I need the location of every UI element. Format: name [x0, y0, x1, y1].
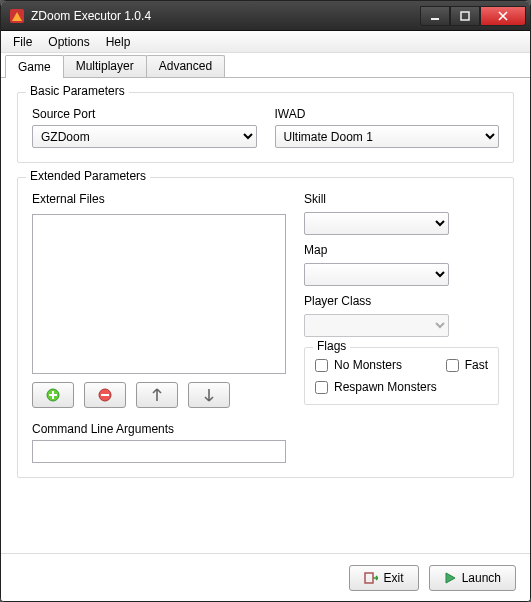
- svg-rect-1: [431, 18, 439, 20]
- flag-respawn[interactable]: Respawn Monsters: [315, 380, 488, 394]
- tab-advanced[interactable]: Advanced: [146, 55, 225, 77]
- maximize-button[interactable]: [450, 6, 480, 26]
- flag-fast[interactable]: Fast: [446, 358, 488, 372]
- plus-icon: [46, 388, 60, 402]
- exit-icon: [364, 571, 378, 585]
- external-files-label: External Files: [32, 192, 286, 206]
- extended-parameters-group: Extended Parameters External Files: [17, 177, 514, 478]
- fast-label: Fast: [465, 358, 488, 372]
- minus-icon: [98, 388, 112, 402]
- iwad-label: IWAD: [275, 107, 500, 121]
- menu-file[interactable]: File: [5, 33, 40, 51]
- menu-help[interactable]: Help: [98, 33, 139, 51]
- titlebar: ZDoom Executor 1.0.4: [1, 1, 530, 31]
- tab-game[interactable]: Game: [5, 55, 64, 78]
- no-monsters-checkbox[interactable]: [315, 359, 328, 372]
- maximize-icon: [460, 11, 470, 21]
- player-class-label: Player Class: [304, 294, 499, 308]
- map-select[interactable]: [304, 263, 449, 286]
- launch-button[interactable]: Launch: [429, 565, 516, 591]
- basic-parameters-title: Basic Parameters: [26, 84, 129, 98]
- flags-title: Flags: [313, 339, 350, 353]
- external-files-listbox[interactable]: [32, 214, 286, 374]
- player-class-select: [304, 314, 449, 337]
- remove-file-button[interactable]: [84, 382, 126, 408]
- fast-checkbox[interactable]: [446, 359, 459, 372]
- cla-input[interactable]: [32, 440, 286, 463]
- cla-label: Command Line Arguments: [32, 422, 286, 436]
- tab-content: Basic Parameters Source Port GZDoom IWAD…: [1, 78, 530, 553]
- flags-group: Flags No Monsters Fast: [304, 347, 499, 405]
- no-monsters-label: No Monsters: [334, 358, 402, 372]
- exit-label: Exit: [384, 571, 404, 585]
- skill-select[interactable]: [304, 212, 449, 235]
- skill-label: Skill: [304, 192, 499, 206]
- footer: Exit Launch: [1, 553, 530, 601]
- close-button[interactable]: [480, 6, 526, 26]
- menu-options[interactable]: Options: [40, 33, 97, 51]
- menubar: File Options Help: [1, 31, 530, 53]
- arrow-down-icon: [203, 388, 215, 402]
- minimize-icon: [430, 11, 440, 21]
- source-port-label: Source Port: [32, 107, 257, 121]
- arrow-up-icon: [151, 388, 163, 402]
- close-icon: [498, 11, 508, 21]
- minimize-button[interactable]: [420, 6, 450, 26]
- map-label: Map: [304, 243, 499, 257]
- move-down-button[interactable]: [188, 382, 230, 408]
- iwad-select[interactable]: Ultimate Doom 1: [275, 125, 500, 148]
- flag-no-monsters[interactable]: No Monsters: [315, 358, 446, 372]
- svg-rect-5: [365, 573, 373, 583]
- main-window: ZDoom Executor 1.0.4 File Options Help G…: [0, 0, 531, 602]
- window-title: ZDoom Executor 1.0.4: [31, 9, 420, 23]
- play-icon: [444, 572, 456, 584]
- window-controls: [420, 6, 526, 26]
- exit-button[interactable]: Exit: [349, 565, 419, 591]
- extended-parameters-title: Extended Parameters: [26, 169, 150, 183]
- tab-multiplayer[interactable]: Multiplayer: [63, 55, 147, 77]
- launch-label: Launch: [462, 571, 501, 585]
- source-port-select[interactable]: GZDoom: [32, 125, 257, 148]
- app-icon: [9, 8, 25, 24]
- basic-parameters-group: Basic Parameters Source Port GZDoom IWAD…: [17, 92, 514, 163]
- add-file-button[interactable]: [32, 382, 74, 408]
- tabstrip: Game Multiplayer Advanced: [1, 53, 530, 78]
- svg-rect-2: [461, 12, 469, 20]
- respawn-checkbox[interactable]: [315, 381, 328, 394]
- respawn-label: Respawn Monsters: [334, 380, 437, 394]
- move-up-button[interactable]: [136, 382, 178, 408]
